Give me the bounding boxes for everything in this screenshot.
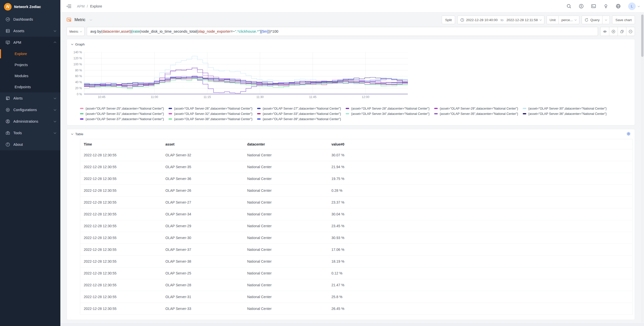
legend-item[interactable]: {asset="OLAP Server-36",datacenter="Nati… [523,111,611,116]
query-type-select[interactable]: Metric [67,27,85,36]
query-token: )( [130,29,132,33]
duplicate-query-button[interactable] [618,27,626,36]
sidebar-item-alerts[interactable]: Alerts [0,92,60,104]
sidebar-item-dashboards[interactable]: Dashboards [0,14,60,25]
sidebar-item-explore[interactable]: Explore [0,48,60,59]
time-range-picker[interactable]: 2022-12-28 10:40:00 to 2022-12-28 12:11:… [457,16,544,24]
about-icon [6,142,10,147]
table-cell: 23.37 % [328,197,633,208]
alerts-icon [6,96,10,101]
chevron-down-icon [574,19,576,21]
breadcrumb-apm[interactable]: APM [77,4,85,8]
legend-color-marker [80,118,84,120]
sidebar-item-modules[interactable]: Modules [0,70,60,81]
legend-item[interactable]: {asset="OLAP Server-33",datacenter="Nati… [257,111,346,116]
query-type-label: Metric [69,30,78,33]
y-tick-label: 80 % [75,69,82,72]
sidebar-item-configurations[interactable]: Configurations [0,104,60,116]
query-token: datacenter [102,29,120,33]
user-menu[interactable]: L [628,3,639,10]
globe-icon[interactable] [616,4,621,9]
legend-item[interactable]: {asset="OLAP Server-32",datacenter="Nati… [169,111,257,116]
table-cell: OLAP Server-29 [162,220,244,232]
query-button[interactable]: Query [582,16,602,24]
title-chevron-icon[interactable] [90,18,92,21]
legend-item[interactable]: {asset="OLAP Server-37",datacenter="Nati… [80,116,169,122]
legend-label: {asset="OLAP Server-33",datacenter="Nati… [263,112,341,116]
legend-item[interactable]: {asset="OLAP Server-27",datacenter="Nati… [257,106,346,111]
x-tick-label: 11:15 [204,95,211,99]
sidebar-item-tools[interactable]: Tools [0,127,60,139]
remove-query-button[interactable] [626,27,635,36]
sidebar-item-about[interactable]: About [0,139,60,150]
legend-item[interactable]: {asset="OLAP Server-25",datacenter="Nati… [80,106,169,111]
save-chart-button[interactable]: Save chart [612,16,635,24]
vertical-scrollbar-thumb[interactable] [641,15,643,57]
terminal-icon[interactable] [591,4,596,9]
avatar[interactable]: L [628,3,636,10]
preview-eye-button[interactable] [600,27,609,36]
legend-color-marker [169,118,172,120]
chart-canvas[interactable] [84,52,408,94]
line-chart[interactable]: 0 %20 %40 %60 %80 %100 %120 %140 % 10:45… [84,52,408,100]
sidebar-item-assets[interactable]: Assets [0,25,60,37]
horizontal-scrollbar-track[interactable] [60,323,644,326]
legend-item[interactable]: {asset="OLAP Server-34",datacenter="Nati… [346,111,434,116]
table-settings-gear-icon[interactable] [626,132,631,136]
collapse-graph-icon[interactable] [71,43,73,45]
table-cell: National Center [244,161,328,173]
sidebar-item-administrations[interactable]: Administrations [0,116,60,127]
time-to-word: to [500,18,504,22]
table-row: 2022-12-28 12:30:55OLAP Server-35Nationa… [80,161,633,173]
sidebar-item-endpoints[interactable]: Endpoints [0,81,60,92]
table-cell: 25.8 % [328,291,633,303]
results-table: Timeassetdatacentervalue#0 2022-12-28 12… [80,139,633,315]
table-cell: National Center [244,256,328,267]
page-title: Metric [74,18,86,22]
legend-item[interactable]: {asset="OLAP Server-26",datacenter="Nati… [169,106,257,111]
sidebar-item-label: Alerts [13,96,54,100]
legend-color-marker [523,113,526,114]
query-dropdown-toggle[interactable] [602,16,610,24]
graph-section-label: Graph [75,42,85,46]
split-button[interactable]: Split [442,16,455,24]
query-token: olap_node_exporter [198,29,231,33]
lightbulb-icon[interactable] [603,4,608,9]
sidebar-item-label: Dashboards [13,17,56,21]
query-input[interactable]: avg by(datacenter,asset)(irate(node_disk… [87,27,598,36]
collapse-table-icon[interactable] [71,133,73,135]
table-cell: 2022-12-28 12:30:55 [80,161,162,173]
table-section-header: Table [71,132,634,136]
table-row: 2022-12-28 12:30:55OLAP Server-38Nationa… [80,256,633,267]
sidebar-item-label: Tools [13,131,54,135]
add-query-button[interactable] [609,27,618,36]
sidebar-item-projects[interactable]: Projects [0,59,60,70]
vertical-scrollbar-track[interactable] [641,13,644,322]
legend-item[interactable]: {asset="OLAP Server-38",datacenter="Nati… [169,116,257,122]
table-cell: 30.04 % [328,208,633,220]
query-button-label: Query [590,18,600,22]
legend-item[interactable]: {asset="OLAP Server-28",datacenter="Nati… [346,106,434,111]
legend-label: {asset="OLAP Server-36",datacenter="Nati… [528,112,607,116]
sidebar-item-apm[interactable]: APM [0,37,60,48]
legend-item[interactable]: {asset="OLAP Server-35",datacenter="Nati… [434,111,523,116]
unit-select[interactable]: Unit perce... [547,16,579,24]
legend-label: {asset="OLAP Server-32",datacenter="Nati… [174,112,252,116]
table-cell: National Center [244,173,328,185]
search-icon[interactable] [567,4,571,9]
table-cell: 2022-12-28 12:30:55 [80,185,162,197]
administrations-icon [6,119,10,124]
legend-item[interactable]: {asset="OLAP Server-30",datacenter="Nati… [523,106,611,111]
collapse-sidebar-icon[interactable] [66,4,71,8]
legend-item[interactable]: {asset="OLAP Server-29",datacenter="Nati… [434,106,523,111]
legend-item[interactable]: {asset="OLAP Server-39",datacenter="Nati… [257,116,346,122]
table-cell: 2022-12-28 12:30:55 [80,208,162,220]
debug-icon[interactable] [579,4,584,9]
table-cell: OLAP Server-30 [162,232,244,244]
table-cell: 2022-12-28 12:30:55 [80,267,162,279]
table-cell: 2022-12-28 12:30:55 [80,220,162,232]
table-cell: 2022-12-28 12:30:55 [80,173,162,185]
legend-item[interactable]: {asset="OLAP Server-31",datacenter="Nati… [80,111,169,116]
table-cell: National Center [244,279,328,291]
refresh-icon [585,18,588,22]
